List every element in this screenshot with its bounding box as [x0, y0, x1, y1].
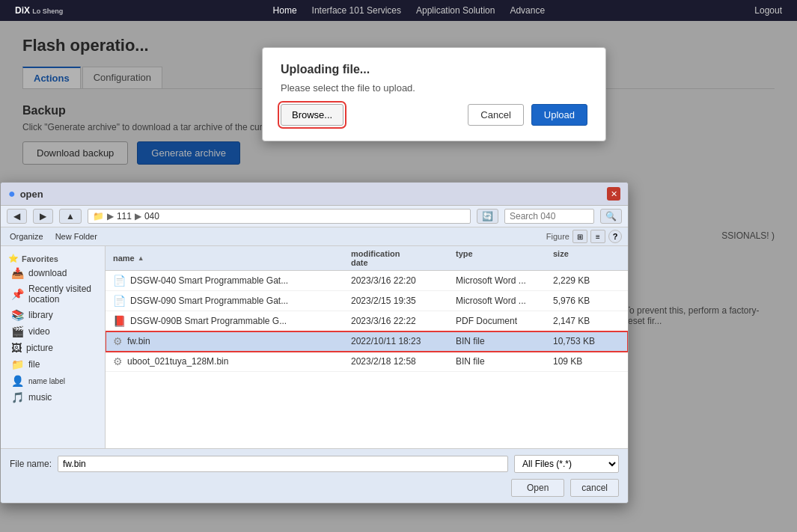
figure-label: Figure: [546, 232, 569, 241]
nav-app-solution[interactable]: Application Solution: [416, 5, 495, 16]
grid-view-button[interactable]: ⊞: [572, 230, 587, 243]
star-icon: ⭐: [8, 254, 19, 263]
file-name-label: File name:: [10, 459, 52, 469]
file-icon: 📁: [11, 358, 24, 370]
library-icon: 📚: [11, 309, 24, 321]
music-icon: 🎵: [11, 391, 24, 403]
file-name-cell: ⚙ fw.bin: [113, 335, 351, 347]
sidebar-item-video[interactable]: 🎬 video: [1, 323, 105, 340]
logout-link[interactable]: Logout: [754, 5, 782, 16]
file-cancel-button[interactable]: cancel: [570, 479, 619, 497]
top-nav: DiX Lo Sheng Home Interface 101 Services…: [0, 0, 797, 21]
bin-icon: ⚙: [113, 335, 123, 347]
upload-cancel-button[interactable]: Cancel: [468, 104, 523, 126]
sidebar-item-file[interactable]: 📁 file: [1, 356, 105, 373]
upload-dialog-description: Please select the file to upload.: [281, 82, 587, 94]
bin-icon: ⚙: [113, 355, 123, 367]
nav-links: Home Interface 101 Services Application …: [273, 5, 546, 16]
pdf-icon: 📕: [113, 315, 126, 327]
list-view-button[interactable]: ≡: [590, 230, 605, 243]
file-type: Microsoft Word ...: [456, 275, 553, 286]
back-button[interactable]: ◀: [7, 209, 27, 224]
sort-icon: ▲: [138, 254, 144, 262]
new-folder-button[interactable]: New Folder: [52, 230, 100, 242]
favorites-section: ⭐ Favorites: [1, 252, 105, 265]
file-type: PDF Document: [456, 316, 553, 326]
browse-button[interactable]: Browse...: [281, 104, 343, 126]
file-size: 109 KB: [553, 356, 620, 367]
refresh-button[interactable]: 🔄: [477, 209, 498, 224]
file-name-cell: 📄 DSGW-040 Smart Programmable Gat...: [113, 275, 351, 287]
file-footer-buttons: Open cancel: [10, 479, 619, 497]
table-row[interactable]: ⚙ fw.bin 2022/10/11 18:23 BIN file 10,75…: [106, 331, 628, 352]
file-sidebar: ⭐ Favorites 📥 download 📌 Recently visite…: [1, 246, 106, 448]
col-header-name: name ▲: [113, 249, 351, 267]
file-name-cell: ⚙ uboot_021tuya_128M.bin: [113, 355, 351, 367]
file-size: 2,147 KB: [553, 316, 620, 326]
main-content: Flash operatio... Actions Configuration …: [0, 21, 797, 532]
nav-advance[interactable]: Advance: [510, 5, 545, 16]
file-type-dropdown[interactable]: All Files (*.*): [514, 455, 619, 473]
file-dialog-toolbar: ◀ ▶ ▲ 📁 ▶ 111 ▶ 040 🔄 🔍: [1, 206, 628, 227]
file-open-dialog: ● open ✕ ◀ ▶ ▲ 📁 ▶ 111 ▶ 040 🔄 🔍 Organ: [0, 182, 629, 504]
table-row[interactable]: 📄 DSGW-040 Smart Programmable Gat... 202…: [106, 271, 628, 291]
file-date: 2023/3/16 22:22: [351, 316, 456, 326]
file-dialog-titlebar: ● open ✕: [1, 183, 628, 206]
file-name-row: File name: All Files (*.*): [10, 455, 619, 473]
sidebar-item-download[interactable]: 📥 download: [1, 265, 105, 281]
file-name-input[interactable]: [58, 456, 508, 472]
close-dialog-button[interactable]: ✕: [607, 187, 620, 201]
video-icon: 🎬: [11, 325, 24, 337]
organize-button[interactable]: Organize: [7, 230, 46, 242]
up-button[interactable]: ▲: [59, 209, 82, 224]
upload-dialog-title: Uploading file...: [281, 63, 587, 76]
col-header-type: type: [456, 249, 553, 267]
file-size: 5,976 KB: [553, 296, 620, 306]
file-dialog-body: ⭐ Favorites 📥 download 📌 Recently visite…: [1, 246, 628, 448]
file-date: 2023/2/18 12:58: [351, 356, 456, 367]
file-dialog-title: ● open: [8, 187, 43, 201]
sidebar-item-recent[interactable]: 📌 Recently visited location: [1, 281, 105, 307]
path-separator-1: ▶: [107, 211, 114, 221]
col-header-size: size: [553, 249, 620, 267]
path-bar: 📁 ▶ 111 ▶ 040: [88, 209, 471, 224]
word-icon: 📄: [113, 275, 126, 287]
table-row[interactable]: ⚙ uboot_021tuya_128M.bin 2023/2/18 12:58…: [106, 352, 628, 372]
upload-button[interactable]: Upload: [531, 104, 587, 126]
file-date: 2022/10/11 18:23: [351, 336, 456, 346]
logo: DiX Lo Sheng: [15, 5, 63, 16]
sidebar-item-picture[interactable]: 🖼 picture: [1, 340, 105, 356]
upload-dialog: Uploading file... Please select the file…: [262, 47, 606, 141]
sidebar-item-library[interactable]: 📚 library: [1, 307, 105, 323]
view-controls: Figure ⊞ ≡ ?: [546, 230, 622, 243]
file-type: BIN file: [456, 356, 553, 367]
file-list: name ▲ modificationdate type size 📄 DSGW…: [106, 246, 628, 448]
file-type: BIN file: [456, 336, 553, 346]
path-separator-2: ▶: [135, 211, 141, 221]
nav-interface[interactable]: Interface 101 Services: [312, 5, 401, 16]
table-row[interactable]: 📕 DSGW-090B Smart Programmable G... 2023…: [106, 311, 628, 331]
path-040[interactable]: 040: [144, 211, 159, 221]
file-date: 2023/2/15 19:35: [351, 296, 456, 306]
word-icon: 📄: [113, 295, 126, 307]
forward-button[interactable]: ▶: [33, 209, 53, 224]
path-111[interactable]: 111: [117, 211, 132, 221]
file-name-cell: 📄 DSGW-090 Smart Programmable Gat...: [113, 295, 351, 307]
file-list-header: name ▲ modificationdate type size: [106, 246, 628, 271]
file-open-button[interactable]: Open: [511, 479, 564, 497]
user-icon: 👤: [11, 375, 24, 387]
help-button[interactable]: ?: [608, 230, 622, 243]
sidebar-item-user[interactable]: 👤 name label: [1, 373, 105, 389]
recent-icon: 📌: [11, 288, 24, 300]
search-input[interactable]: [504, 209, 594, 224]
sidebar-item-music[interactable]: 🎵 music: [1, 389, 105, 406]
search-button[interactable]: 🔍: [600, 209, 622, 224]
file-date: 2023/3/16 22:20: [351, 275, 456, 286]
file-type: Microsoft Word ...: [456, 296, 553, 306]
picture-icon: 🖼: [11, 342, 22, 354]
table-row[interactable]: 📄 DSGW-090 Smart Programmable Gat... 202…: [106, 291, 628, 311]
google-icon: ●: [8, 187, 16, 201]
file-dialog-secondary-toolbar: Organize New Folder Figure ⊞ ≡ ?: [1, 227, 628, 246]
col-header-date: modificationdate: [351, 249, 456, 267]
nav-home[interactable]: Home: [273, 5, 297, 16]
